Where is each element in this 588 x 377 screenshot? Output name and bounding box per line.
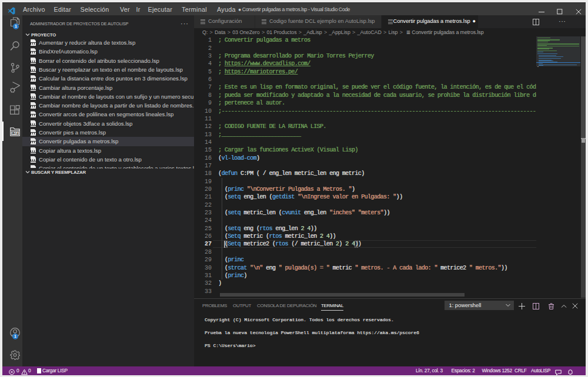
svg-text:LSP: LSP xyxy=(12,132,18,135)
